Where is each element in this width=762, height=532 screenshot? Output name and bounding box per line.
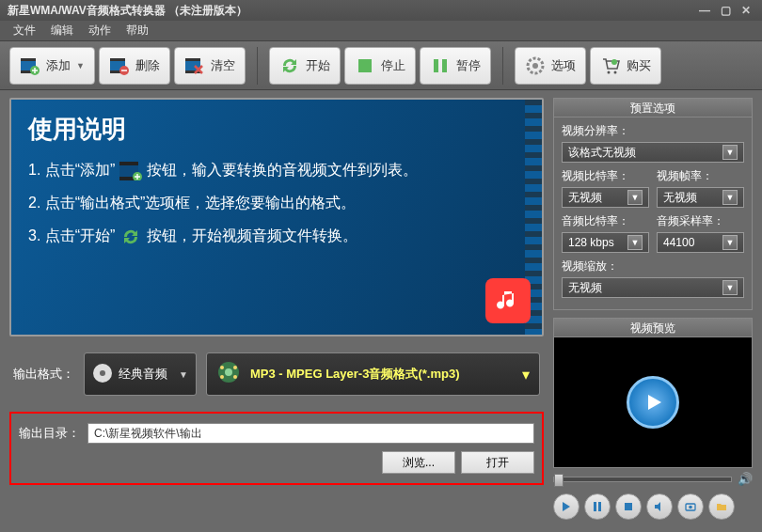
svg-rect-1 bbox=[21, 58, 36, 61]
vbitrate-select[interactable]: 无视频▼ bbox=[562, 187, 649, 208]
menu-file[interactable]: 文件 bbox=[6, 23, 43, 39]
menu-help[interactable]: 帮助 bbox=[119, 23, 156, 39]
resolution-select[interactable]: 该格式无视频▼ bbox=[562, 142, 744, 163]
asamplerate-label: 音频采样率： bbox=[657, 213, 744, 229]
preset-panel: 预置选项 视频分辨率： 该格式无视频▼ 视频比特率： 无视频▼ 视频帧率： 无视… bbox=[553, 98, 753, 310]
options-button[interactable]: 选项 bbox=[515, 47, 586, 85]
playback-controls bbox=[553, 490, 753, 520]
pause-icon bbox=[430, 55, 451, 76]
start-button[interactable]: 开始 bbox=[269, 47, 341, 85]
delete-button[interactable]: 删除 bbox=[99, 47, 170, 85]
minimize-button[interactable]: — bbox=[696, 4, 713, 17]
film-add-icon bbox=[20, 55, 40, 76]
format-select[interactable]: MP3 - MPEG Layer-3音频格式(*.mp3) ▾ bbox=[206, 352, 540, 396]
svg-rect-12 bbox=[434, 59, 438, 72]
format-icon bbox=[216, 360, 241, 388]
refresh-icon bbox=[119, 227, 143, 246]
vframerate-label: 视频帧率： bbox=[657, 168, 744, 184]
svg-point-35 bbox=[689, 506, 692, 509]
vbitrate-label: 视频比特率： bbox=[562, 168, 649, 184]
svg-rect-13 bbox=[442, 59, 447, 72]
svg-point-17 bbox=[613, 70, 616, 73]
buy-button[interactable]: 购买 bbox=[590, 47, 661, 85]
add-label: 添加 bbox=[46, 57, 71, 74]
menu-action[interactable]: 动作 bbox=[81, 23, 119, 39]
instruction-heading: 使用说明 bbox=[28, 113, 525, 146]
svg-point-18 bbox=[611, 59, 617, 65]
slider-thumb[interactable] bbox=[554, 474, 564, 487]
titlebar: 新星WMA/WAV音频格式转换器 （未注册版本） — ▢ ✕ bbox=[0, 0, 762, 21]
delete-label: 删除 bbox=[135, 57, 160, 74]
stop-label: 停止 bbox=[381, 57, 405, 74]
buy-label: 购买 bbox=[627, 57, 651, 74]
menubar: 文件 编辑 动作 帮助 bbox=[0, 21, 762, 41]
output-dir-label: 输出目录： bbox=[19, 425, 80, 442]
vframerate-select[interactable]: 无视频▼ bbox=[657, 187, 744, 208]
svg-point-28 bbox=[233, 366, 237, 369]
folder-button[interactable] bbox=[708, 493, 735, 520]
vzoom-select[interactable]: 无视频▼ bbox=[562, 277, 744, 298]
toolbar: 添加 ▼ 删除 清空 开始 停止 暂停 bbox=[0, 41, 762, 90]
window-title: 新星WMA/WAV音频格式转换器 （未注册版本） bbox=[8, 3, 247, 19]
svg-point-26 bbox=[225, 368, 232, 376]
chevron-down-icon: ▼ bbox=[722, 190, 738, 205]
stop-button[interactable] bbox=[615, 493, 642, 520]
maximize-button[interactable]: ▢ bbox=[717, 4, 734, 17]
svg-point-30 bbox=[233, 375, 237, 379]
svg-rect-31 bbox=[594, 502, 596, 511]
svg-rect-5 bbox=[110, 58, 125, 61]
svg-point-16 bbox=[607, 70, 610, 73]
seek-slider[interactable] bbox=[553, 477, 732, 482]
svg-rect-32 bbox=[598, 502, 601, 511]
browse-button[interactable]: 浏览... bbox=[382, 451, 455, 474]
svg-rect-11 bbox=[358, 59, 372, 72]
chevron-down-icon: ▼ bbox=[627, 190, 643, 205]
preview-panel: 视频预览 🔊 bbox=[553, 318, 753, 520]
output-dir-panel: 输出目录： 浏览... 打开 bbox=[9, 412, 544, 485]
add-button[interactable]: 添加 ▼ bbox=[9, 47, 95, 85]
chevron-down-icon: ▼ bbox=[722, 145, 738, 160]
svg-point-15 bbox=[532, 63, 538, 69]
preview-title: 视频预览 bbox=[553, 318, 753, 336]
options-label: 选项 bbox=[551, 57, 576, 74]
abitrate-select[interactable]: 128 kbps▼ bbox=[562, 232, 649, 253]
svg-point-27 bbox=[220, 366, 224, 369]
menu-edit[interactable]: 编辑 bbox=[43, 23, 81, 39]
instruction-line-2: 2. 点击“输出格式”选项框，选择您要输出的格式。 bbox=[28, 194, 525, 213]
asamplerate-select[interactable]: 44100▼ bbox=[657, 232, 744, 253]
format-category-select[interactable]: 经典音频 ▼ bbox=[84, 352, 197, 396]
mute-button[interactable] bbox=[646, 493, 673, 520]
output-dir-input[interactable] bbox=[87, 423, 534, 444]
play-button[interactable] bbox=[553, 493, 579, 520]
format-category-value: 经典音频 bbox=[119, 366, 167, 383]
disc-icon bbox=[92, 363, 113, 386]
svg-point-29 bbox=[220, 375, 224, 379]
format-value: MP3 - MPEG Layer-3音频格式(*.mp3) bbox=[250, 366, 460, 383]
preset-title: 预置选项 bbox=[553, 98, 753, 117]
svg-point-24 bbox=[100, 370, 105, 376]
preview-area bbox=[553, 336, 753, 468]
stop-icon bbox=[355, 55, 375, 76]
snapshot-button[interactable] bbox=[677, 493, 704, 520]
pause-button[interactable]: 暂停 bbox=[420, 47, 491, 85]
clear-button[interactable]: 清空 bbox=[174, 47, 246, 85]
pause-button[interactable] bbox=[584, 493, 611, 520]
chevron-down-icon: ▼ bbox=[627, 235, 643, 250]
preview-play-button[interactable] bbox=[627, 376, 679, 429]
film-delete-icon bbox=[109, 55, 130, 76]
close-button[interactable]: ✕ bbox=[738, 4, 754, 17]
start-label: 开始 bbox=[306, 57, 330, 74]
open-button[interactable]: 打开 bbox=[461, 451, 534, 474]
film-clear-icon bbox=[184, 55, 205, 76]
clear-label: 清空 bbox=[211, 57, 235, 74]
instruction-line-3: 3. 点击“开始” 按钮，开始视频音频文件转换。 bbox=[28, 227, 525, 246]
output-format-label: 输出格式： bbox=[13, 366, 74, 383]
volume-icon[interactable]: 🔊 bbox=[738, 472, 753, 486]
svg-rect-33 bbox=[625, 503, 632, 510]
chevron-down-icon: ▼ bbox=[76, 61, 85, 70]
cart-icon bbox=[600, 55, 621, 76]
instruction-panel: 使用说明 1. 点击“添加” 按钮，输入要转换的音视频文件到列表。 2. 点击“… bbox=[9, 98, 544, 336]
resolution-label: 视频分辨率： bbox=[562, 123, 744, 139]
stop-button[interactable]: 停止 bbox=[344, 47, 416, 85]
vzoom-label: 视频缩放： bbox=[562, 258, 744, 274]
